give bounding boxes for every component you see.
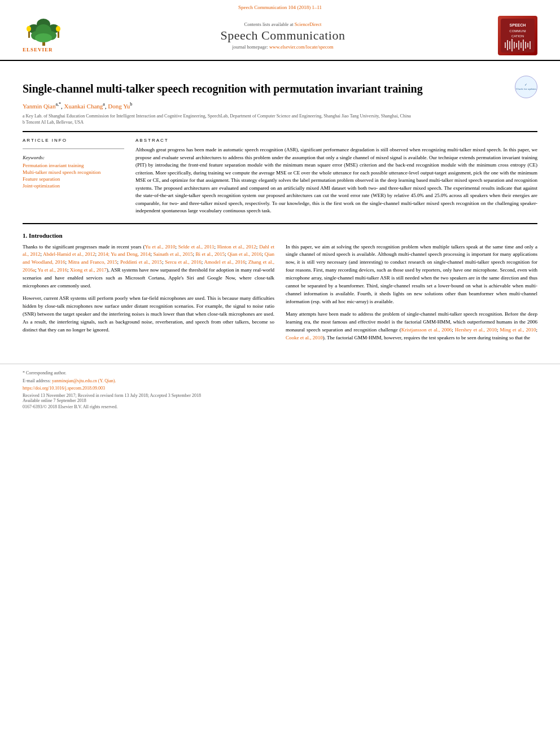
page: Speech Communication 104 (2018) 1–11 — [0, 0, 560, 747]
svg-text:CATION: CATION — [511, 34, 524, 38]
doi-link[interactable]: https://doi.org/10.1016/j.specom.2018.09… — [23, 386, 537, 391]
intro-right-col: In this paper, we aim at solving the spe… — [286, 243, 537, 347]
journal-title: Speech Communication — [68, 28, 498, 43]
page-footer: * Corresponding author. E-mail address: … — [0, 364, 560, 415]
author-yu[interactable]: Dong Yu — [108, 103, 130, 110]
svg-text:SPEECH: SPEECH — [510, 23, 526, 27]
check-for-updates-badge: ✓ Check for updates — [515, 76, 537, 98]
journal-citation: Speech Communication 104 (2018) 1–11 — [238, 5, 322, 10]
article-info-abstract: ARTICLE INFO Keywords: Permutation invar… — [23, 138, 537, 215]
keyword-1: Permutation invariant training — [23, 163, 124, 168]
cite-mitra2015[interactable]: Mitra and Franco, 2015 — [68, 259, 117, 265]
sciencedirect-link[interactable]: ScienceDirect — [295, 21, 322, 27]
email-note: E-mail address: yanminqian@sjtu.edu.cn (… — [23, 378, 537, 385]
cite-xiong2017[interactable]: Xiong et al., 2017 — [70, 267, 107, 273]
author-email[interactable]: yanminqian@sjtu.edu.cn (Y. Qian). — [52, 378, 116, 383]
author-qian[interactable]: Yanmin Qian — [23, 103, 55, 110]
cite-sainath2015[interactable]: Sainath et al., 2015 — [153, 251, 193, 257]
section-divider — [23, 223, 537, 224]
cite-hinton2012[interactable]: Hinton et al., 2012 — [217, 244, 256, 250]
elsevier-logo: ELSEVIER — [23, 19, 68, 53]
cite-kristjansson2006[interactable]: Kristjansson et al., 2006 — [401, 327, 452, 333]
cite-bi2015[interactable]: Bi et al., 2015 — [195, 251, 225, 257]
corresponding-note: * Corresponding author. — [23, 370, 537, 377]
abstract-column: ABSTRACT Although great progress has bee… — [135, 138, 537, 215]
elsevier-tree-icon — [23, 19, 65, 46]
cite-hershey2010[interactable]: Hershey et al., 2010 — [455, 327, 497, 333]
cite-selde2011[interactable]: Selde et al., 2011 — [178, 244, 215, 250]
cite-sercu2016[interactable]: Sercu et al., 2016 — [165, 259, 201, 265]
intro-right-para2: Many attempts have been made to address … — [286, 311, 537, 342]
intro-heading: 1. Introduction — [23, 232, 537, 239]
article-info-heading: ARTICLE INFO — [23, 138, 124, 143]
affiliation-a: a Key Lab. of Shanghai Education Commiss… — [23, 113, 537, 119]
affiliations: a Key Lab. of Shanghai Education Commiss… — [23, 113, 537, 125]
copyright: 0167-6393/© 2018 Elsevier B.V. All right… — [23, 404, 537, 409]
cite-qian2016[interactable]: Qian et al., 2016 — [228, 251, 262, 257]
abstract-text: Although great progress has been made in… — [135, 146, 537, 215]
keywords-list: Permutation invariant training Multi-tal… — [23, 163, 124, 189]
speech-communication-badge: SPEECH COMMUNI CATION — [501, 19, 535, 53]
keywords-label: Keywords: — [23, 155, 124, 160]
cite-cooke2010[interactable]: Cooke et al., 2010 — [286, 335, 323, 340]
cite-yu2010[interactable]: Yu et al., 2010 — [145, 244, 175, 250]
svg-point-11 — [56, 26, 60, 32]
journal-homepage: journal homepage: www.elsevier.com/locat… — [68, 44, 498, 50]
keyword-2: Multi-talker mixed speech recognition — [23, 169, 124, 175]
cite-ming2010[interactable]: Ming et al., 2010 — [500, 327, 536, 333]
cite-peddinti2015[interactable]: Peddinti et al., 2015 — [120, 259, 162, 265]
intro-left-col: Thanks to the significant progresses mad… — [23, 243, 274, 347]
cite-yu2016[interactable]: Yu et al., 2016 — [38, 267, 67, 273]
intro-body-columns: Thanks to the significant progresses mad… — [23, 243, 537, 347]
sciencedirect-note: Contents lists available at ScienceDirec… — [68, 21, 498, 27]
cite-yu2014[interactable]: 2014; Yu and Deng, 2014 — [98, 251, 151, 257]
svg-point-9 — [27, 26, 31, 32]
article-title: Single-channel multi-talker speech recog… — [23, 81, 510, 96]
svg-point-7 — [35, 33, 52, 42]
info-divider — [23, 148, 124, 149]
thick-divider — [23, 131, 537, 132]
intro-right-para1: In this paper, we aim at solving the spe… — [286, 243, 537, 307]
elsevier-label: ELSEVIER — [23, 47, 53, 53]
affiliation-b: b Tencent AI Lab, Bellevue, USA — [23, 119, 537, 125]
main-content: Single-channel multi-talker speech recog… — [0, 61, 560, 358]
received-dates: Received 13 November 2017; Received in r… — [23, 393, 537, 398]
cite-abdel2012[interactable]: Abdel-Hamid et al., 2012 — [43, 251, 95, 257]
journal-badge: SPEECH COMMUNI CATION — [498, 16, 537, 55]
journal-homepage-link[interactable]: www.elsevier.com/locate/specom — [269, 44, 334, 50]
cite-amodel2016[interactable]: Amodel et al., 2016 — [204, 259, 246, 265]
abstract-heading: ABSTRACT — [135, 138, 537, 143]
introduction-section: 1. Introduction Thanks to the significan… — [23, 232, 537, 347]
available-date: Available online 7 September 2018 — [23, 398, 537, 403]
journal-top-bar: Speech Communication 104 (2018) 1–11 — [23, 5, 537, 10]
journal-center: Contents lists available at ScienceDirec… — [68, 21, 498, 50]
authors: Yanmin Qiana,*, Xuankai Changa, Dong Yub — [23, 102, 537, 110]
journal-banner: ELSEVIER Contents lists available at Sci… — [23, 14, 537, 60]
journal-header: Speech Communication 104 (2018) 1–11 — [0, 0, 560, 61]
title-area: Single-channel multi-talker speech recog… — [23, 76, 510, 102]
keyword-3: Feature separation — [23, 176, 124, 182]
author-chang[interactable]: Xuankai Chang — [64, 103, 103, 110]
title-row: Single-channel multi-talker speech recog… — [23, 76, 537, 102]
svg-text:COMMUNI: COMMUNI — [509, 29, 526, 33]
intro-left-para1: Thanks to the significant progresses mad… — [23, 243, 274, 291]
keyword-4: Joint-optimization — [23, 183, 124, 189]
article-info-column: ARTICLE INFO Keywords: Permutation invar… — [23, 138, 124, 215]
intro-left-para2: However, current ASR systems still perfo… — [23, 295, 274, 334]
